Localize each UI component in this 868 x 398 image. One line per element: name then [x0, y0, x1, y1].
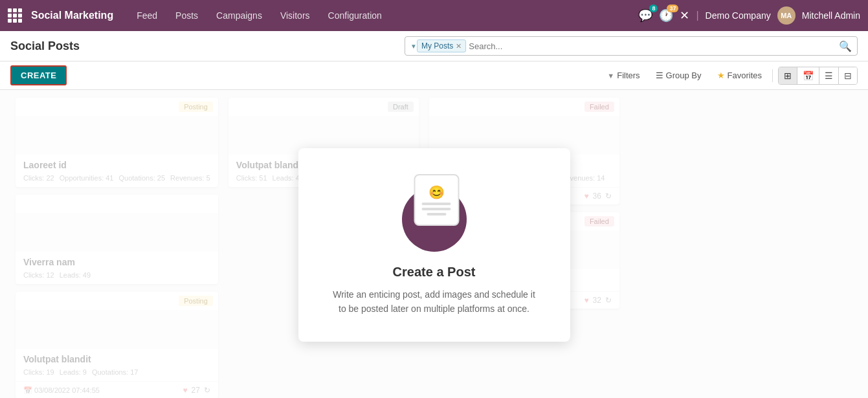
avatar[interactable]: MA	[777, 6, 796, 25]
favorites-label: Favorites	[728, 71, 762, 80]
illustration-doc: 😊	[414, 174, 459, 226]
filters-funnel-icon: ▼	[607, 72, 614, 80]
clock-icon[interactable]: 🕐 37	[659, 8, 673, 23]
nav-configuration[interactable]: Configuration	[320, 6, 390, 25]
navbar: Social Marketing Feed Posts Campaigns Vi…	[0, 0, 868, 31]
calendar-view-button[interactable]: 📅	[797, 67, 819, 84]
group-by-label: Group By	[666, 71, 702, 80]
chat-icon[interactable]: 💬 8	[638, 8, 652, 23]
doc-line-3	[427, 213, 446, 216]
toolbar: CREATE ▼ Filters ☰ Group By ★ Favorites …	[0, 61, 868, 90]
nav-posts[interactable]: Posts	[168, 6, 206, 25]
view-toggle: ⊞ 📅 ☰ ⊟	[778, 67, 858, 85]
modal-illustration: 😊	[395, 174, 473, 252]
clock-badge: 37	[667, 5, 678, 12]
favorites-button[interactable]: ★ Favorites	[712, 68, 767, 83]
nav-menu: Feed Posts Campaigns Visitors Configurat…	[129, 6, 633, 25]
navbar-right: 💬 8 🕐 37 ✕ | Demo Company MA Mitchell Ad…	[638, 6, 860, 25]
sub-header: Social Posts ▼ My Posts ✕ 🔍	[0, 31, 868, 61]
doc-line-2	[422, 208, 451, 210]
create-button[interactable]: CREATE	[10, 65, 67, 85]
grid-view-button[interactable]: ⊟	[839, 67, 857, 84]
nav-campaigns[interactable]: Campaigns	[208, 6, 270, 25]
nav-visitors[interactable]: Visitors	[273, 6, 318, 25]
modal-title: Create a Post	[331, 265, 538, 280]
page-title: Social Posts	[10, 39, 80, 53]
create-post-modal: 😊 Create a Post Write an enticing post, …	[298, 148, 570, 342]
filters-label: Filters	[617, 71, 640, 80]
app-brand: Social Marketing	[31, 10, 113, 21]
filter-tag-close[interactable]: ✕	[456, 42, 462, 50]
nav-feed[interactable]: Feed	[129, 6, 165, 25]
filter-tag-label: My Posts	[421, 41, 453, 50]
toolbar-divider	[772, 69, 773, 82]
doc-face: 😊	[428, 184, 445, 200]
apps-icon[interactable]	[8, 8, 22, 23]
list-view-button[interactable]: ☰	[819, 67, 839, 84]
my-posts-filter-tag[interactable]: My Posts ✕	[417, 39, 466, 52]
modal-description: Write an enticing post, add images and s…	[331, 287, 538, 316]
group-by-button[interactable]: ☰ Group By	[651, 68, 707, 83]
modal-overlay: 😊 Create a Post Write an enticing post, …	[0, 90, 868, 398]
chat-badge: 8	[649, 5, 658, 12]
search-area: ▼ My Posts ✕ 🔍	[405, 36, 858, 56]
star-icon: ★	[717, 71, 725, 80]
filter-funnel-icon: ▼	[410, 43, 417, 50]
group-by-icon: ☰	[656, 71, 663, 80]
settings-icon[interactable]: ✕	[680, 8, 689, 23]
search-button[interactable]: 🔍	[839, 40, 852, 52]
filters-button[interactable]: ▼ Filters	[602, 68, 645, 83]
main-content: Posting Laoreet id Clicks: 22 Opportunit…	[0, 90, 868, 398]
search-input[interactable]	[469, 41, 839, 51]
separator: |	[696, 10, 698, 21]
kanban-view-button[interactable]: ⊞	[779, 67, 797, 84]
username: Mitchell Admin	[802, 10, 860, 21]
doc-line-1	[422, 203, 451, 205]
company-name: Demo Company	[706, 10, 771, 21]
